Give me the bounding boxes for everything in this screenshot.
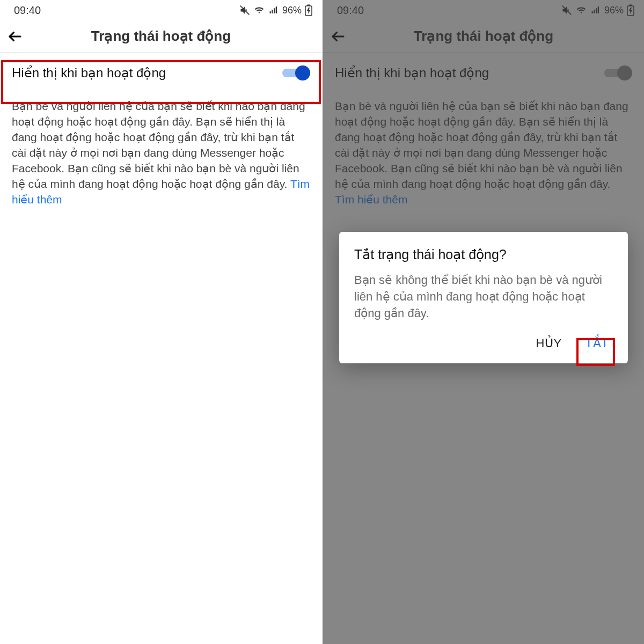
status-right: 96%: [239, 4, 312, 16]
confirm-button[interactable]: TẮT: [581, 333, 613, 354]
mute-icon: [239, 5, 250, 16]
cancel-button[interactable]: HỦY: [532, 333, 566, 354]
active-status-toggle-row[interactable]: Hiển thị khi bạn hoạt động: [0, 53, 322, 93]
status-bar: 09:40 96%: [0, 0, 322, 20]
back-button[interactable]: [0, 21, 30, 52]
wifi-icon: [253, 5, 265, 15]
description-text: Bạn bè và người liên hệ của bạn sẽ biết …: [0, 93, 322, 208]
dialog-title: Tắt trạng thái hoạt động?: [354, 247, 613, 262]
dialog-actions: HỦY TẮT: [354, 333, 613, 354]
toggle-thumb: [295, 65, 310, 80]
screen-right: 09:40 96% Trạng thái h: [322, 0, 644, 644]
battery-percent: 96%: [282, 5, 302, 16]
toggle-label: Hiển thị khi bạn hoạt động: [12, 65, 166, 80]
header: Trạng thái hoạt động: [0, 20, 322, 53]
signal-icon: [268, 5, 279, 15]
page-title: Trạng thái hoạt động: [0, 28, 322, 45]
svg-rect-2: [308, 5, 310, 6]
confirm-dialog: Tắt trạng thái hoạt động? Bạn sẽ không t…: [339, 232, 628, 363]
battery-icon: [305, 4, 312, 16]
status-time: 09:40: [14, 4, 41, 17]
back-arrow-icon: [7, 28, 23, 45]
active-status-toggle[interactable]: [280, 64, 310, 82]
dialog-body: Bạn sẽ không thể biết khi nào bạn bè và …: [354, 272, 613, 321]
description-body: Bạn bè và người liên hệ của bạn sẽ biết …: [12, 100, 305, 190]
screen-left: 09:40 96% Trạng thái h: [0, 0, 322, 644]
